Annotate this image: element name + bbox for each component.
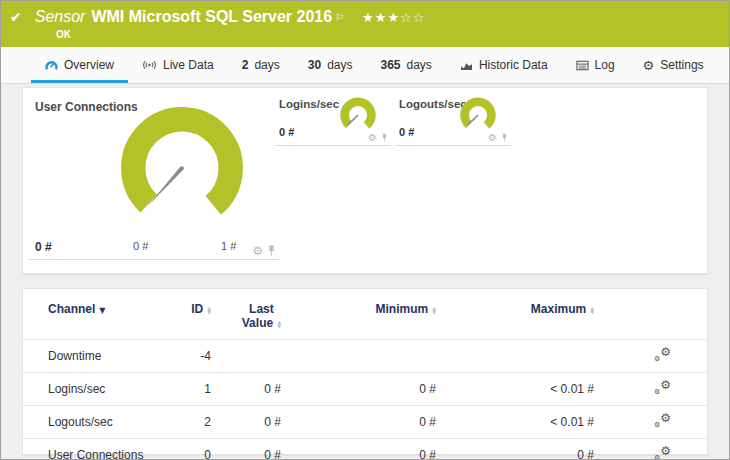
channel-id: 2 [163, 406, 211, 439]
table-header-row: Channel▼ ID▲▼ Last Value▲▼ Minimum▲▼ [23, 289, 707, 340]
channel-maximum: < 0.01 # [436, 406, 594, 439]
channel-last-value: 0 # [211, 373, 281, 406]
tab-2-days-label: days [254, 58, 279, 72]
tab-log-label: Log [595, 58, 615, 72]
table-row-logins[interactable]: Logins/sec 1 0 # 0 # < 0.01 # ⚙⚙ [23, 373, 707, 406]
gauge-scale-min: 0 # [133, 240, 148, 252]
channel-id: 1 [163, 373, 211, 406]
tab-365-days[interactable]: 365 days [366, 47, 445, 83]
chart-icon [460, 60, 473, 71]
gauge-current-value: 0 # [279, 126, 294, 138]
channel-settings-icon[interactable]: ⚙⚙ [654, 380, 671, 395]
priority-flag-icon[interactable]: ⚐ [335, 12, 344, 23]
gauges-panel: User Connections 0 # 1 # 0 # ⚙ [22, 87, 708, 274]
table-row-downtime[interactable]: Downtime -4 ⚙⚙ [23, 340, 707, 373]
channel-maximum [436, 340, 594, 373]
priority-star-rating[interactable]: ★★★☆☆ [362, 10, 425, 25]
channel-minimum: 0 # [281, 406, 436, 439]
tab-30-days-label: days [327, 58, 352, 72]
tab-30-days-number: 30 [308, 58, 321, 72]
gear-icon: ⚙ [643, 58, 655, 73]
sensor-title: WMI Microsoft SQL Server 2016 [91, 8, 332, 26]
column-header-minimum[interactable]: Minimum▲▼ [281, 289, 436, 340]
gear-icon[interactable]: ⚙ [252, 245, 263, 257]
user-connections-gauge [107, 106, 257, 230]
gauge-icon [45, 59, 58, 72]
channel-name: Downtime [23, 340, 163, 373]
pin-icon[interactable] [267, 245, 276, 257]
column-header-maximum[interactable]: Maximum▲▼ [436, 289, 594, 340]
tab-30-days[interactable]: 30 days [294, 47, 367, 83]
column-header-actions [594, 289, 707, 340]
tab-overview-label: Overview [64, 58, 114, 72]
sort-toggle-icon: ▲▼ [590, 306, 594, 314]
table-row-logouts[interactable]: Logouts/sec 2 0 # 0 # < 0.01 # ⚙⚙ [23, 406, 707, 439]
channel-name: Logouts/sec [23, 406, 163, 439]
column-header-id[interactable]: ID▲▼ [163, 289, 211, 340]
gauge-current-value: 0 # [35, 240, 52, 254]
channel-minimum [281, 340, 436, 373]
column-header-last-value[interactable]: Last Value▲▼ [211, 289, 281, 340]
tab-overview[interactable]: Overview [31, 47, 128, 83]
sort-toggle-icon: ▲▼ [277, 320, 281, 328]
tab-live-data[interactable]: Live Data [128, 47, 228, 83]
sensor-page: ✔ Sensor WMI Microsoft SQL Server 2016 ⚐… [0, 0, 730, 460]
gauge-scale-max: 1 # [221, 240, 236, 252]
overview-content: User Connections 0 # 1 # 0 # ⚙ [1, 84, 729, 455]
tab-365-days-label: days [407, 58, 432, 72]
channel-minimum: 0 # [281, 439, 436, 460]
sort-toggle-icon: ▲▼ [432, 306, 436, 314]
channel-id: -4 [163, 340, 211, 373]
channel-last-value: 0 # [211, 439, 281, 460]
channel-last-value [211, 340, 281, 373]
sensor-header: ✔ Sensor WMI Microsoft SQL Server 2016 ⚐… [1, 1, 729, 47]
tab-historic-data[interactable]: Historic Data [446, 47, 562, 83]
logouts-widget: Logouts/sec 0 # ⚙ [395, 94, 511, 146]
sort-desc-icon: ▼ [99, 306, 105, 315]
channel-settings-icon[interactable]: ⚙⚙ [654, 347, 671, 362]
tab-2-days-number: 2 [242, 58, 249, 72]
live-data-icon [142, 59, 157, 71]
channel-last-value: 0 # [211, 406, 281, 439]
channel-maximum: < 0.01 # [436, 373, 594, 406]
gauge-current-value: 0 # [399, 126, 414, 138]
channel-settings-icon[interactable]: ⚙⚙ [654, 413, 671, 428]
channel-settings-icon[interactable]: ⚙⚙ [654, 446, 671, 460]
sensor-kind-label: Sensor [35, 8, 86, 26]
channel-minimum: 0 # [281, 373, 436, 406]
sort-toggle-icon: ▲▼ [207, 306, 211, 314]
table-row-user-connections[interactable]: User Connections 0 0 # 0 # 0 # ⚙⚙ [23, 439, 707, 460]
pin-icon[interactable] [501, 133, 508, 143]
user-connections-widget: User Connections 0 # 1 # 0 # ⚙ [29, 94, 279, 260]
gear-icon[interactable]: ⚙ [368, 133, 377, 143]
channel-name: User Connections [23, 439, 163, 460]
channel-maximum: 0 # [436, 439, 594, 460]
sensor-status-badge: OK [56, 29, 719, 40]
tab-log[interactable]: Log [562, 47, 629, 83]
gear-icon[interactable]: ⚙ [488, 133, 497, 143]
tab-bar: Overview Live Data 2 days 30 days 365 da… [1, 47, 729, 84]
tab-2-days[interactable]: 2 days [228, 47, 294, 83]
channels-table: Channel▼ ID▲▼ Last Value▲▼ Minimum▲▼ [23, 289, 707, 460]
channel-name: Logins/sec [23, 373, 163, 406]
tab-historic-data-label: Historic Data [479, 58, 548, 72]
tab-settings-label: Settings [660, 58, 703, 72]
pin-icon[interactable] [381, 133, 388, 143]
status-ok-check-icon: ✔ [10, 9, 22, 25]
tab-settings[interactable]: ⚙ Settings [629, 47, 718, 83]
channels-table-panel: Channel▼ ID▲▼ Last Value▲▼ Minimum▲▼ [22, 288, 708, 455]
tab-live-data-label: Live Data [163, 58, 214, 72]
tab-365-days-number: 365 [380, 58, 400, 72]
logins-widget: Logins/sec 0 # ⚙ [275, 94, 391, 146]
log-icon [576, 60, 589, 71]
column-header-channel[interactable]: Channel▼ [23, 289, 163, 340]
channel-id: 0 [163, 439, 211, 460]
gauge-title: Logins/sec [279, 98, 339, 110]
